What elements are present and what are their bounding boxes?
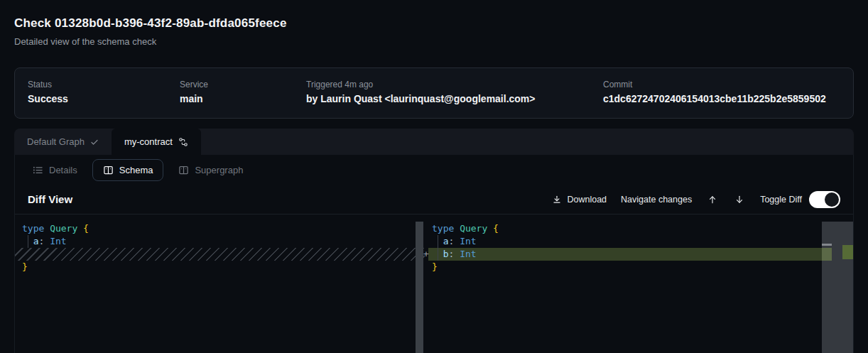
- page-title: Check 01328b0d-b396-43f2-89ab-dfda065fee…: [14, 14, 854, 33]
- diff-view-header: Diff View Download Navigate changes: [15, 185, 853, 214]
- diff-overview-added-marker: [842, 245, 853, 259]
- tab-my-contract-label: my-contract: [124, 136, 173, 147]
- meta-commit-label: Commit: [603, 80, 840, 90]
- subtab-schema[interactable]: Schema: [92, 159, 164, 181]
- left-pane-scrollbar[interactable]: [416, 222, 423, 353]
- subtab-details-label: Details: [49, 165, 77, 175]
- indent-guide: [438, 235, 438, 248]
- code-line: }: [15, 261, 425, 273]
- subtab-supergraph[interactable]: Supergraph: [170, 159, 251, 181]
- meta-commit-value: c1dc62724702406154013cbe11b225b2e5859502: [603, 92, 840, 105]
- meta-triggered-label: Triggered 4m ago: [306, 80, 603, 90]
- schema-check-page: Check 01328b0d-b396-43f2-89ab-dfda065fee…: [0, 0, 868, 353]
- check-icon: [90, 138, 99, 146]
- indent-guide: [28, 235, 28, 248]
- tab-default-graph[interactable]: Default Graph: [14, 129, 112, 155]
- added-line-glow: [822, 248, 832, 261]
- download-label: Download: [567, 195, 607, 205]
- code-line: b: Int: [428, 248, 853, 261]
- columns-icon: [103, 165, 114, 175]
- check-meta-card: Status Success Service main Triggered 4m…: [14, 67, 854, 119]
- diff-filler-line: [15, 248, 425, 261]
- graph-tab-bar: Default Graph my-contract: [14, 129, 854, 155]
- subtab-supergraph-label: Supergraph: [195, 165, 243, 175]
- code-line: a: Int: [15, 235, 425, 248]
- tab-content: Details Schema Supergraph Diff View: [14, 155, 854, 353]
- arrow-down-icon: [734, 195, 744, 205]
- download-button[interactable]: Download: [552, 195, 607, 205]
- indent-guide: [438, 248, 438, 261]
- scrollbar-thumb[interactable]: [822, 244, 832, 246]
- navigate-changes-label: Navigate changes: [621, 195, 692, 205]
- columns-icon: [178, 165, 189, 175]
- meta-triggered-value: by Laurin Quast <laurinquast@googlemail.…: [306, 92, 603, 105]
- meta-status-value: Success: [28, 92, 180, 105]
- meta-commit: Commit c1dc62724702406154013cbe11b225b2e…: [603, 80, 840, 105]
- before-code: type Query { a: Int}: [15, 214, 425, 273]
- code-line: }: [428, 261, 853, 273]
- meta-service-label: Service: [180, 80, 306, 90]
- arrow-up-icon: [707, 195, 717, 205]
- toggle-diff-switch[interactable]: [809, 191, 840, 208]
- meta-service-value: main: [180, 92, 306, 105]
- code-line: type Query {: [428, 222, 853, 235]
- meta-service: Service main: [180, 80, 306, 105]
- diff-pane-after: type Query { a: Int b: Int}: [428, 214, 853, 353]
- code-line: type Query {: [15, 222, 425, 235]
- subtab-schema-label: Schema: [119, 165, 153, 175]
- right-pane-scrollbar[interactable]: [822, 222, 853, 353]
- next-change-button[interactable]: [733, 195, 746, 205]
- list-icon: [33, 165, 43, 175]
- download-icon: [552, 195, 562, 205]
- previous-change-button[interactable]: [706, 195, 719, 205]
- view-subtabs: Details Schema Supergraph: [15, 155, 853, 185]
- diff-view-title: Diff View: [28, 193, 72, 205]
- tab-default-graph-label: Default Graph: [27, 136, 85, 147]
- tab-my-contract[interactable]: my-contract: [112, 129, 201, 155]
- toggle-diff-group: Toggle Diff: [760, 191, 840, 208]
- diff-pane-before: type Query { a: Int}: [15, 214, 425, 353]
- meta-status: Status Success: [28, 80, 180, 105]
- after-code: type Query { a: Int b: Int}: [428, 214, 853, 273]
- toggle-diff-label: Toggle Diff: [760, 195, 802, 205]
- meta-triggered: Triggered 4m ago by Laurin Quast <laurin…: [306, 80, 603, 105]
- code-line: a: Int: [428, 235, 853, 248]
- page-header: Check 01328b0d-b396-43f2-89ab-dfda065fee…: [0, 0, 868, 48]
- page-subtitle: Detailed view of the schema check: [14, 36, 854, 48]
- diff-toolbar: Download Navigate changes Toggle Diff: [552, 191, 840, 208]
- git-compare-icon: [178, 137, 188, 147]
- schema-diff-editor: type Query { a: Int} + type Query { a: I…: [15, 214, 853, 353]
- subtab-details[interactable]: Details: [25, 159, 85, 181]
- toggle-diff-knob: [825, 192, 839, 207]
- navigate-changes-button[interactable]: Navigate changes: [621, 195, 692, 205]
- meta-status-label: Status: [28, 80, 180, 90]
